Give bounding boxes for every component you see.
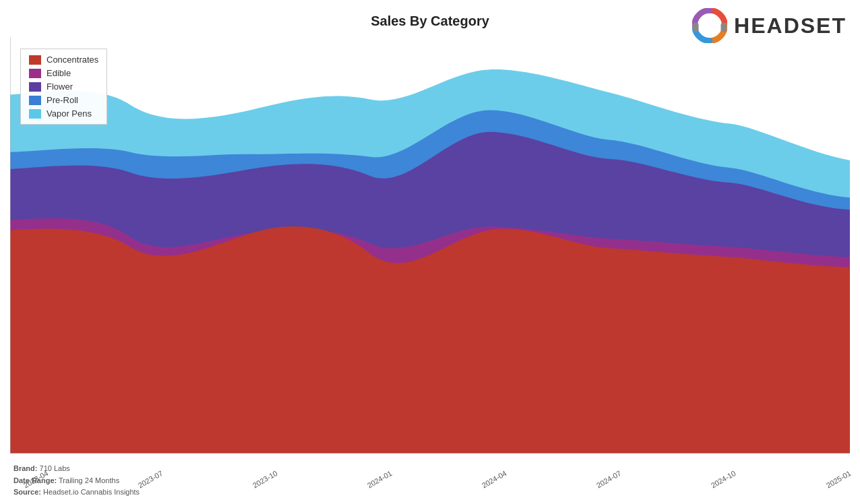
area-chart-svg [10, 37, 850, 453]
legend-item-preroll: Pre-Roll [29, 95, 98, 105]
legend-item-vaporpens: Vapor Pens [29, 108, 98, 119]
xaxis-label-1: 2023-07 [137, 469, 164, 490]
date-value: Trailing 24 Months [59, 476, 119, 484]
flower-swatch [29, 82, 41, 92]
preroll-swatch [29, 96, 41, 105]
legend-item-flower: Flower [29, 82, 98, 92]
legend-item-edible: Edible [29, 68, 98, 78]
chart-legend: Concentrates Edible Flower Pre-Roll Vapo… [20, 49, 107, 125]
xaxis-label-4: 2024-04 [481, 469, 508, 490]
concentrates-label: Concentrates [47, 55, 98, 65]
xaxis-label-3: 2024-01 [366, 469, 394, 490]
edible-swatch [29, 69, 41, 78]
source-value: Headset.io Cannabis Insights [43, 488, 140, 496]
chart-area [10, 37, 850, 453]
vaporpens-label: Vapor Pens [47, 108, 92, 119]
footer-info: Brand: 710 Labs Date Range: Trailing 24 … [13, 463, 140, 499]
flower-label: Flower [47, 82, 73, 92]
concentrates-swatch [29, 55, 41, 65]
legend-item-concentrates: Concentrates [29, 55, 98, 65]
page-container: HEADSET Sales By Category Concentrates E… [0, 0, 860, 504]
xaxis-labels: 2023-04 2023-07 2023-10 2024-01 2024-04 … [20, 476, 850, 484]
brand-label: Brand: [13, 464, 37, 472]
chart-title: Sales By Category [0, 13, 860, 29]
brand-value: 710 Labs [40, 464, 70, 472]
source-label: Source: [13, 488, 41, 496]
xaxis-label-7: 2025-01 [824, 469, 852, 490]
edible-label: Edible [47, 68, 71, 78]
date-label: Date Range: [13, 476, 57, 484]
preroll-label: Pre-Roll [47, 95, 78, 105]
xaxis-label-2: 2023-10 [251, 469, 279, 490]
footer-brand: Brand: 710 Labs [13, 463, 140, 475]
footer-daterange: Date Range: Trailing 24 Months [13, 475, 140, 487]
vaporpens-swatch [29, 109, 41, 119]
footer-source: Source: Headset.io Cannabis Insights [13, 486, 140, 499]
xaxis-label-6: 2024-10 [710, 469, 737, 490]
xaxis-label-5: 2024-07 [595, 469, 623, 490]
